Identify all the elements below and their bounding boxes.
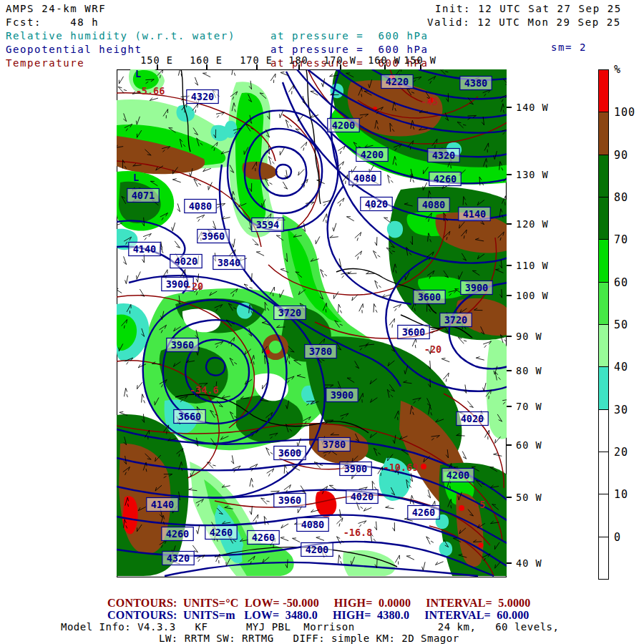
lon-tick-label: 90 W <box>516 331 542 342</box>
height-contour-label: 4140 <box>151 499 175 510</box>
lon-tick-mark <box>507 406 512 407</box>
lon-tick-mark <box>507 223 512 225</box>
height-contour-label: 3840 <box>218 257 241 268</box>
height-contour-label: 3780 <box>309 346 333 357</box>
height-contour-label: 3720 <box>444 314 468 326</box>
height-contour-label: 3600 <box>418 291 441 303</box>
colorbar-segment <box>598 155 609 197</box>
height-contour-label: 4020 <box>351 491 374 502</box>
height-contour-label: 4020 <box>461 413 484 424</box>
colorbar-segment <box>598 537 609 580</box>
physics-info: LW: RRTM SW: RRTMG DIFF: simple KM: 2D S… <box>159 633 459 644</box>
height-contour-label: 3900 <box>331 389 354 401</box>
lon-tick-label: 40 W <box>516 557 542 569</box>
height-contour-info: CONTOURS: UNITS=m LOW= 3480.0 HIGH= 4380… <box>107 609 530 622</box>
model-title: AMPS 24-km WRF <box>6 3 106 15</box>
colorbar-segment <box>598 494 609 537</box>
colorbar-segment <box>598 197 609 240</box>
temp-contour-label: -45 <box>421 96 438 107</box>
height-contour-label: 4320 <box>432 150 456 161</box>
height-contour-label: 4200 <box>447 469 470 481</box>
colorbar-segment <box>598 324 609 367</box>
height-contour-label: 4260 <box>434 173 457 185</box>
height-contour-label: 4260 <box>412 507 436 518</box>
colorbar-tick-value: 50 <box>614 318 644 331</box>
lon-tick-mark <box>206 64 208 69</box>
rh-colorbar <box>598 70 609 580</box>
lon-tick-mark <box>507 295 512 296</box>
colorbar-segment <box>598 282 609 325</box>
lon-tick-mark <box>420 64 421 69</box>
height-contour-label: 4380 <box>464 77 488 89</box>
height-contour-label: 3960 <box>171 339 195 351</box>
temp-contour-label: -5 <box>474 499 485 510</box>
height-contour-label: 4020 <box>365 198 389 210</box>
height-contour-label: L <box>133 172 139 183</box>
height-contour-label: 4200 <box>361 149 384 160</box>
colorbar-tick-value: 70 <box>614 233 644 246</box>
height-contour-label: 4260 <box>210 527 233 538</box>
height-contour-label: 3960 <box>202 230 225 242</box>
lon-tick-mark <box>256 64 258 69</box>
field-rh-level: at pressure = 600 hPa <box>270 30 429 42</box>
height-contour-label: 3780 <box>323 439 346 450</box>
height-contour-label: 4260 <box>252 532 275 543</box>
height-contour-label: 4080 <box>189 200 213 212</box>
colorbar-segment <box>598 112 609 155</box>
temp-contour-label: -20 <box>424 343 441 355</box>
lon-tick-label: 80 W <box>516 365 542 376</box>
lon-tick-mark <box>507 336 512 337</box>
height-contour-label: 3600 <box>278 447 302 459</box>
colorbar-segment <box>598 452 609 494</box>
colorbar-tick-value: 100 <box>614 106 644 119</box>
height-contour-label: 4071 <box>132 190 155 201</box>
init-time: Init: 12 UTC Sat 27 Sep 25 <box>435 3 622 15</box>
plot-page: AMPS 24-km WRF Fcst: 48 h Relative humid… <box>0 0 644 644</box>
height-contour-label: L <box>135 69 141 79</box>
colorbar-segment <box>598 366 609 409</box>
temp-contour-label: -5.66 <box>136 85 165 97</box>
height-contour-label: 4080 <box>422 199 446 210</box>
lon-tick-label: 100 W <box>516 290 549 301</box>
lon-tick-mark <box>157 64 158 69</box>
lon-tick-mark <box>507 444 512 446</box>
colorbar-tick-value: 60 <box>614 276 644 289</box>
lon-tick-label: 60 W <box>516 439 542 451</box>
model-info: Model Info: V4.3.3 KF MYJ PBL Morrison 2… <box>61 621 559 633</box>
colorbar-tick-value: 90 <box>614 149 644 162</box>
height-contour-label: 4320 <box>191 91 215 102</box>
height-contour-label: 4080 <box>353 172 377 184</box>
lon-tick-mark <box>340 64 341 69</box>
height-contour-label: 4140 <box>463 208 487 220</box>
colorbar-tick-value: 80 <box>614 191 644 204</box>
colorbar-tick-value: 20 <box>614 446 644 459</box>
colorbar-tick-value: 30 <box>614 404 644 416</box>
colorbar-tick-value: 40 <box>614 361 644 374</box>
lon-tick-label: 50 W <box>516 492 542 503</box>
height-contour-label: 4140 <box>133 243 157 255</box>
height-contour-label: 4080 <box>301 519 325 530</box>
colorbar-tick-value: 10 <box>614 488 644 501</box>
lon-tick-mark <box>384 64 386 69</box>
colorbar-tick-value: 0 <box>614 531 644 544</box>
forecast-hour: Fcst: 48 h <box>6 16 99 29</box>
smoothing-label: sm= 2 <box>551 42 587 54</box>
temp-contour-label: -10.69 <box>384 462 419 473</box>
temp-contour-label: -34.6 <box>190 384 219 396</box>
height-contour-label: 3900 <box>344 463 368 474</box>
field-rh-label: Relative humidity (w.r.t. water) <box>6 30 235 42</box>
lon-tick-label: 130 W <box>516 169 549 180</box>
lon-tick-mark <box>507 370 512 371</box>
colorbar-segment <box>598 239 609 282</box>
valid-time: Valid: 12 UTC Mon 29 Sep 25 <box>427 16 621 29</box>
lon-tick-mark <box>507 107 512 108</box>
height-contour-label: 3600 <box>402 326 426 338</box>
lon-tick-mark <box>507 174 512 175</box>
field-temp-label: Temperature <box>6 57 84 69</box>
colorbar-segment <box>598 69 609 112</box>
height-contour-label: 3960 <box>278 494 302 506</box>
lon-tick-mark <box>507 562 512 564</box>
height-contour-label: 3900 <box>465 282 489 293</box>
height-contour-label: 4260 <box>166 528 190 540</box>
colorbar-segment <box>598 409 609 452</box>
